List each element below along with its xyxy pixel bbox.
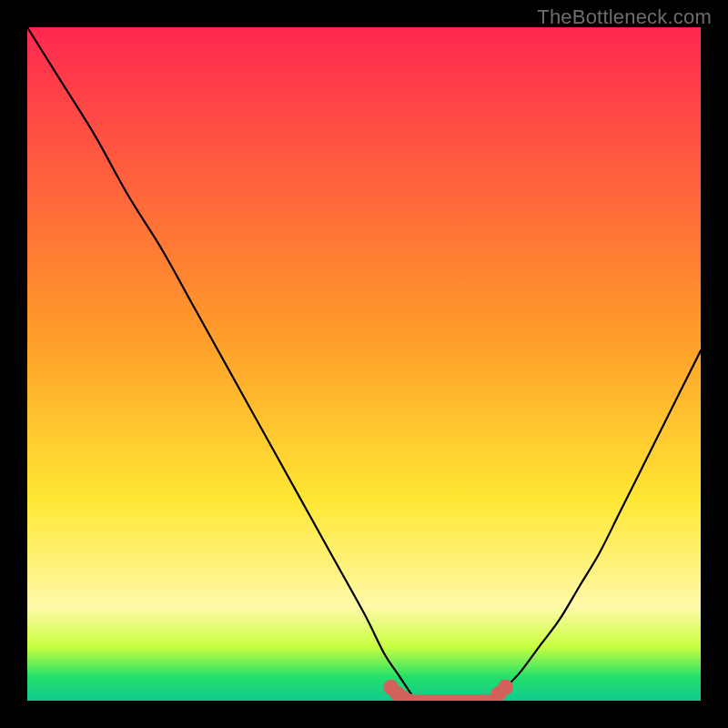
watermark-text: TheBottleneck.com [537,5,712,29]
right-curve [499,350,701,693]
curves-layer [27,27,701,701]
chart-container: TheBottleneck.com [0,0,728,728]
plot-area [27,27,701,701]
left-curve [27,27,411,694]
flat-dot [498,680,513,695]
